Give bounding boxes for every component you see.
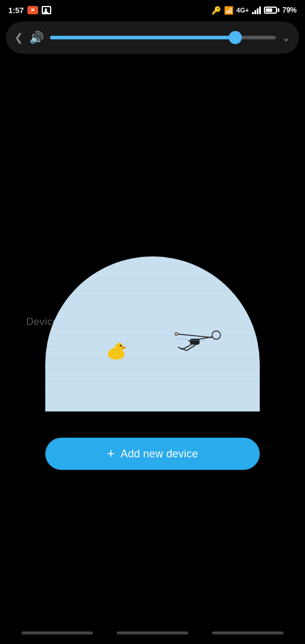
nav-pill-2[interactable]	[117, 631, 188, 634]
svg-point-0	[212, 331, 220, 339]
back-icon[interactable]: ❮	[14, 31, 23, 44]
swimmer-figure	[173, 328, 227, 354]
svg-line-6	[186, 345, 196, 351]
nav-pill-1[interactable]	[21, 631, 93, 634]
swimmer-svg	[173, 328, 227, 352]
duck-figure	[108, 343, 126, 360]
status-right: 🔑 📶 4G+ 79%	[211, 6, 297, 15]
chevron-down-icon[interactable]: ⌄	[282, 31, 291, 44]
battery	[264, 7, 279, 14]
network-type: 4G+	[236, 7, 249, 14]
slider-fill	[50, 36, 235, 39]
vpn-icon: 🔑	[211, 6, 221, 15]
volume-slider[interactable]	[50, 36, 276, 39]
slider-thumb[interactable]	[229, 31, 242, 44]
notification-icon-1: ✕	[27, 6, 38, 14]
speaker-icon: 🔊	[29, 30, 44, 45]
duck-eye	[120, 345, 122, 346]
duck-beak	[122, 346, 126, 349]
illustration-area	[45, 256, 260, 423]
status-bar: 1:57 ✕ 🔑 📶 4G+ 79%	[0, 0, 305, 19]
battery-body	[264, 7, 277, 14]
svg-line-2	[176, 334, 212, 338]
plus-icon: +	[107, 447, 115, 460]
slider-track	[50, 36, 276, 39]
header-bar: ❮ 🔊 ⌄ Devices	[6, 21, 299, 54]
svg-point-3	[175, 333, 178, 336]
svg-line-7	[178, 347, 182, 349]
status-left: 1:57 ✕	[8, 6, 51, 15]
battery-fill	[266, 8, 272, 12]
battery-tip	[278, 8, 279, 12]
signal-bars	[252, 7, 261, 14]
wifi-icon: 📶	[224, 6, 234, 15]
bottom-nav	[0, 631, 305, 634]
add-button-label: Add new device	[120, 448, 198, 460]
gallery-icon	[42, 6, 51, 14]
time: 1:57	[8, 6, 24, 15]
nav-pill-3[interactable]	[212, 631, 284, 634]
add-new-device-button[interactable]: + Add new device	[45, 438, 260, 470]
battery-percent: 79%	[282, 6, 297, 14]
svg-rect-4	[190, 339, 200, 345]
pool-shape	[45, 256, 260, 411]
